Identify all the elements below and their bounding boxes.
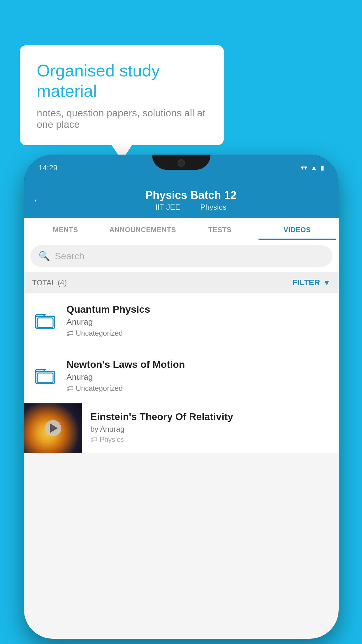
speech-bubble: Organised study material notes, question… — [20, 45, 224, 145]
folder-svg-icon — [35, 365, 56, 386]
item-author: Anurag — [66, 372, 331, 382]
list-item[interactable]: Newton's Laws of Motion Anurag 🏷 Uncateg… — [24, 348, 339, 403]
item-icon-folder — [32, 363, 58, 389]
phone-camera — [178, 159, 185, 167]
item-title: Quantum Physics — [66, 304, 331, 315]
app-header: ← Physics Batch 12 IIT JEE Physics — [24, 181, 339, 218]
item-title: Einstein's Theory Of Relativity — [90, 411, 331, 422]
header-subtitle-part1: IIT JEE — [155, 203, 180, 211]
header-title: Physics Batch 12 — [52, 189, 330, 202]
header-title-group: Physics Batch 12 IIT JEE Physics — [52, 189, 330, 212]
status-bar: 14:29 ▾▾ ▲ ▮ — [24, 155, 339, 181]
phone-notch — [152, 155, 210, 170]
wifi-icon: ▾▾ — [301, 164, 307, 172]
play-button[interactable] — [45, 420, 61, 436]
search-placeholder: Search — [55, 251, 84, 262]
svg-rect-3 — [37, 373, 53, 383]
item-icon-folder — [32, 307, 58, 334]
item-details: Einstein's Theory Of Relativity by Anura… — [82, 403, 339, 451]
search-bar-container: 🔍 Search — [24, 240, 339, 272]
signal-icon: ▲ — [311, 164, 317, 172]
video-thumbnail — [24, 403, 82, 453]
list-item-video[interactable]: Einstein's Theory Of Relativity by Anura… — [24, 403, 339, 453]
tab-tests[interactable]: TESTS — [181, 218, 259, 240]
list-content: Quantum Physics Anurag 🏷 Uncategorized — [24, 293, 339, 453]
filter-bar: TOTAL (4) FILTER ▼ — [24, 272, 339, 293]
svg-rect-1 — [37, 318, 53, 328]
filter-button[interactable]: FILTER ▼ — [292, 278, 331, 287]
item-tag-row: 🏷 Physics — [90, 435, 331, 444]
header-subtitle: IIT JEE Physics — [52, 203, 330, 212]
play-triangle-icon — [50, 424, 58, 433]
speech-bubble-title: Organised study material — [37, 60, 207, 101]
item-tag-text: Physics — [100, 435, 124, 444]
filter-label: FILTER — [292, 278, 320, 287]
tag-icon: 🏷 — [66, 384, 73, 393]
search-bar[interactable]: 🔍 Search — [30, 245, 332, 267]
phone-screen: ← Physics Batch 12 IIT JEE Physics MENTS… — [24, 181, 339, 639]
item-tag-row: 🏷 Uncategorized — [66, 329, 331, 337]
tab-videos[interactable]: VIDEOS — [259, 218, 336, 240]
filter-total-count: TOTAL (4) — [32, 278, 67, 287]
item-by: by Anurag — [90, 425, 331, 434]
search-icon: 🔍 — [38, 251, 50, 262]
tab-ments[interactable]: MENTS — [27, 218, 104, 240]
speech-bubble-container: Organised study material notes, question… — [20, 45, 224, 145]
phone-frame: 14:29 ▾▾ ▲ ▮ ← Physics Batch 12 IIT JEE … — [24, 155, 339, 639]
filter-funnel-icon: ▼ — [323, 278, 331, 287]
status-icons: ▾▾ ▲ ▮ — [301, 164, 324, 172]
folder-svg-icon — [35, 310, 56, 331]
item-tag-text: Uncategorized — [76, 329, 123, 337]
item-title: Newton's Laws of Motion — [66, 359, 331, 370]
item-details: Newton's Laws of Motion Anurag 🏷 Uncateg… — [66, 359, 331, 393]
item-tag-row: 🏷 Uncategorized — [66, 384, 331, 393]
tabs-bar: MENTS ANNOUNCEMENTS TESTS VIDEOS — [24, 218, 339, 240]
item-author: Anurag — [66, 317, 331, 327]
item-details: Quantum Physics Anurag 🏷 Uncategorized — [66, 304, 331, 337]
list-item[interactable]: Quantum Physics Anurag 🏷 Uncategorized — [24, 293, 339, 348]
speech-bubble-subtitle: notes, question papers, solutions all at… — [37, 107, 207, 130]
tag-icon: 🏷 — [90, 435, 97, 444]
tag-icon: 🏷 — [66, 329, 73, 337]
header-subtitle-sep — [188, 203, 192, 211]
header-subtitle-part2: Physics — [200, 203, 226, 211]
tab-announcements[interactable]: ANNOUNCEMENTS — [104, 218, 181, 240]
battery-icon: ▮ — [321, 164, 324, 172]
item-tag-text: Uncategorized — [76, 384, 123, 393]
back-button[interactable]: ← — [33, 194, 43, 206]
status-time: 14:29 — [38, 163, 57, 172]
